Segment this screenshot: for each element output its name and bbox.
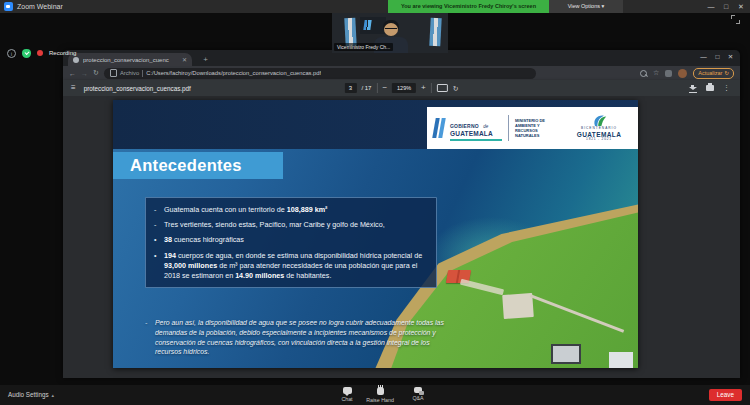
file-icon (110, 69, 117, 77)
shore-building (551, 344, 581, 364)
speaker-video-tile[interactable]: Viceministro Fredy Ch... (332, 13, 448, 53)
page-number-input[interactable]: 3 (344, 83, 356, 93)
chrome-close-icon[interactable]: ✕ (724, 51, 737, 63)
meeting-info-icon[interactable]: i (7, 49, 16, 58)
bookmark-star-icon[interactable]: ☆ (653, 69, 659, 77)
zoom-in-icon[interactable]: + (421, 83, 426, 93)
ministerio-label: MINISTERIO DE AMBIENTE Y RECURSOS NATURA… (515, 118, 561, 139)
pdf-menu-icon[interactable]: ≡ (71, 80, 76, 96)
leave-button[interactable]: Leave (709, 389, 742, 401)
zoom-bottombar: Audio Settings ▴ Chat Raise Hand Q&A Lea… (0, 385, 750, 405)
zoom-close-icon[interactable]: ✕ (734, 0, 748, 13)
address-path: C:/Users/fachiroy/Downloads/proteccion_c… (146, 70, 321, 76)
bullet-cuencas: • 38 cuencas hidrográficas (154, 235, 426, 245)
bullet-vertientes: - Tres vertientes, siendo estas, Pacífic… (154, 220, 426, 230)
profile-avatar[interactable] (678, 69, 687, 78)
qa-button[interactable]: Q&A (398, 387, 438, 401)
tab-close-icon[interactable]: ✕ (182, 56, 187, 63)
browser-tab[interactable]: proteccion_conservacion_cuenc ✕ (68, 53, 192, 66)
shore-building (609, 352, 633, 368)
zoom-out-icon[interactable]: − (382, 83, 387, 93)
raised-hand-icon (377, 387, 384, 395)
more-options-icon[interactable]: ⋮ (723, 83, 730, 93)
zoom-minimize-icon[interactable]: — (704, 0, 718, 13)
bullet-territory: - Guatemala cuenta con un territorio de … (154, 205, 426, 215)
toolbar-divider (376, 83, 377, 93)
chat-bubble-icon (343, 387, 352, 394)
pdf-action-icons: ⋮ (689, 83, 730, 93)
pdf-scroll-area[interactable]: GOBIERNO de GUATEMALA MINISTERIO DE AMBI… (63, 96, 740, 378)
zoom-maximize-icon[interactable]: □ (719, 0, 733, 13)
zoom-titlebar: Zoom Webinar You are viewing Viceministr… (0, 0, 750, 13)
forward-icon[interactable]: → (81, 70, 88, 77)
extensions-icon[interactable] (665, 70, 672, 77)
guatemala-flag-left (344, 18, 356, 47)
download-icon[interactable] (689, 84, 697, 92)
toolbar-divider (431, 83, 432, 93)
raise-hand-button[interactable]: Raise Hand (360, 387, 400, 403)
chevron-up-icon: ▴ (52, 385, 55, 405)
fullscreen-icon[interactable] (731, 15, 740, 24)
page-total-label: / 17 (361, 85, 371, 91)
slide-page: GOBIERNO de GUATEMALA MINISTERIO DE AMBI… (113, 100, 638, 368)
pdf-toolbar: ≡ proteccion_conservacion_cuencas.pdf 3 … (63, 80, 740, 96)
reload-icon[interactable]: ↻ (93, 69, 99, 77)
note-paragraph: - Pero aun así, la disponibilidad de agu… (145, 318, 445, 357)
fit-page-icon[interactable] (437, 84, 448, 92)
address-divider (142, 70, 143, 77)
tab-title: proteccion_conservacion_cuenc (83, 57, 178, 63)
zoom-window-title: Zoom Webinar (17, 0, 63, 13)
gobierno-teal-line (450, 139, 502, 141)
address-bar[interactable]: Archivo C:/Users/fachiroy/Downloads/prot… (104, 68, 536, 79)
speaker-glasses (385, 28, 397, 32)
zoom-logo-icon (4, 2, 13, 11)
chrome-window: proteccion_conservacion_cuenc ✕ + — □ ✕ … (63, 50, 740, 378)
gobierno-bars-icon (434, 118, 444, 138)
guatemala-flag-right (429, 18, 441, 47)
address-scheme: Archivo (120, 70, 139, 76)
chrome-minimize-icon[interactable]: — (697, 51, 710, 63)
recording-dot-icon (37, 50, 43, 56)
print-icon[interactable] (706, 85, 714, 91)
back-icon[interactable]: ← (69, 70, 76, 77)
audio-settings-button[interactable]: Audio Settings ▴ (8, 385, 54, 405)
gobierno-logo-text: GOBIERNO de GUATEMALA (450, 115, 502, 141)
navbar-right-icons: ☆ Actualizar ↻ (640, 68, 734, 79)
facts-box: - Guatemala cuenta con un territorio de … (145, 197, 437, 288)
slide-title: Antecedentes (113, 152, 283, 179)
chrome-update-button[interactable]: Actualizar ↻ (693, 68, 734, 79)
bicentenario-logo: BICENTENARIO GUATEMALA 1821 - 2021 (567, 114, 631, 142)
new-tab-button[interactable]: + (199, 53, 212, 66)
chrome-maximize-icon[interactable]: □ (711, 51, 724, 63)
pdf-page-controls: 3 / 17 − 129% + ↻ (344, 83, 458, 93)
qa-bubbles-icon (414, 387, 422, 393)
view-options-button[interactable]: View Options ▾ (549, 0, 623, 13)
recording-label: Recording (49, 50, 76, 56)
pdf-filename: proteccion_conservacion_cuencas.pdf (84, 85, 191, 92)
meeting-status-cluster: i Recording (7, 47, 76, 59)
update-refresh-icon: ↻ (724, 69, 729, 78)
zoom-level-label: 129% (392, 83, 416, 93)
institutional-logo-box: GOBIERNO de GUATEMALA MINISTERIO DE AMBI… (427, 107, 638, 149)
zoom-app-window: Zoom Webinar You are viewing Viceministr… (0, 0, 750, 405)
speaker-name-tag: Viceministro Fredy Ch... (334, 43, 393, 51)
chevron-down-icon: ▾ (602, 3, 605, 9)
screen-share-banner: You are viewing Viceministro Fredy Chiro… (388, 0, 549, 13)
chrome-navbar: ← → ↻ Archivo C:/Users/fachiroy/Download… (63, 66, 740, 80)
zoom-magnifier-icon[interactable] (640, 70, 647, 77)
slide-title-banner: Antecedentes (113, 152, 283, 179)
rotate-icon[interactable]: ↻ (453, 84, 459, 93)
security-shield-icon[interactable] (22, 49, 31, 58)
bullet-cuerpos-agua: • 194 cuerpos de agua, en donde se estim… (154, 251, 426, 282)
logo-divider (508, 115, 509, 141)
